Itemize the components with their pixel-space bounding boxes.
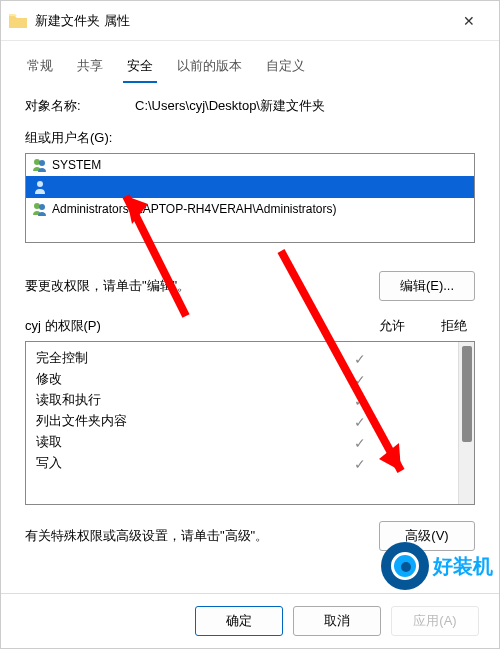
object-path: C:\Users\cyj\Desktop\新建文件夹 <box>135 97 475 115</box>
svg-point-2 <box>37 181 43 187</box>
list-item[interactable]: SYSTEM <box>26 154 474 176</box>
titlebar: 新建文件夹 属性 ✕ <box>1 1 499 41</box>
tab-previous[interactable]: 以前的版本 <box>165 53 254 83</box>
scroll-thumb[interactable] <box>462 346 472 442</box>
svg-point-1 <box>39 160 45 166</box>
close-button[interactable]: ✕ <box>447 5 491 37</box>
tab-bar: 常规 共享 安全 以前的版本 自定义 <box>1 41 499 83</box>
watermark-text: 好装机 <box>433 553 493 580</box>
list-item-label: Administrators (LAPTOP-RH4VERAH\Administ… <box>52 202 337 216</box>
list-item-label: SYSTEM <box>52 158 101 172</box>
check-icon: ✓ <box>328 414 392 430</box>
check-icon: ✓ <box>328 456 392 472</box>
list-item-label-redacted <box>52 179 468 195</box>
list-item[interactable] <box>26 176 474 198</box>
tab-sharing[interactable]: 共享 <box>65 53 115 83</box>
col-allow: 允许 <box>379 317 405 335</box>
groups-label: 组或用户名(G): <box>25 129 475 147</box>
edit-hint: 要更改权限，请单击"编辑"。 <box>25 277 190 295</box>
dialog-button-row: 确定 取消 应用(A) <box>1 593 499 648</box>
watermark: 好装机 <box>381 542 493 590</box>
check-icon: ✓ <box>328 351 392 367</box>
perm-row: 读取和执行✓ <box>26 390 458 411</box>
apply-button[interactable]: 应用(A) <box>391 606 479 636</box>
perm-row: 修改✓ <box>26 369 458 390</box>
perm-row: 列出文件夹内容✓ <box>26 411 458 432</box>
tab-security[interactable]: 安全 <box>115 53 165 83</box>
check-icon: ✓ <box>328 435 392 451</box>
permissions-title: cyj 的权限(P) <box>25 317 101 335</box>
watermark-logo-icon <box>381 542 429 590</box>
window-title: 新建文件夹 属性 <box>35 12 447 30</box>
tab-general[interactable]: 常规 <box>15 53 65 83</box>
scrollbar[interactable] <box>458 342 474 504</box>
ok-button[interactable]: 确定 <box>195 606 283 636</box>
check-icon: ✓ <box>328 372 392 388</box>
perm-row: 读取✓ <box>26 432 458 453</box>
permissions-listbox: 完全控制✓ 修改✓ 读取和执行✓ 列出文件夹内容✓ 读取✓ 写入✓ <box>25 341 475 505</box>
check-icon: ✓ <box>328 393 392 409</box>
tab-custom[interactable]: 自定义 <box>254 53 317 83</box>
perm-row: 完全控制✓ <box>26 348 458 369</box>
svg-point-3 <box>34 203 40 209</box>
users-icon <box>32 201 48 217</box>
object-name-label: 对象名称: <box>25 97 135 115</box>
advanced-hint: 有关特殊权限或高级设置，请单击"高级"。 <box>25 527 268 545</box>
cancel-button[interactable]: 取消 <box>293 606 381 636</box>
security-panel: 对象名称: C:\Users\cyj\Desktop\新建文件夹 组或用户名(G… <box>1 83 499 565</box>
svg-point-0 <box>34 159 40 165</box>
folder-icon <box>9 14 27 28</box>
perm-row: 写入✓ <box>26 453 458 474</box>
users-icon <box>32 157 48 173</box>
svg-point-4 <box>39 204 45 210</box>
col-deny: 拒绝 <box>441 317 467 335</box>
edit-button[interactable]: 编辑(E)... <box>379 271 475 301</box>
user-icon <box>32 179 48 195</box>
list-item[interactable]: Administrators (LAPTOP-RH4VERAH\Administ… <box>26 198 474 220</box>
groups-listbox[interactable]: SYSTEM Administrators (LAPTOP-RH4VERAH\A… <box>25 153 475 243</box>
